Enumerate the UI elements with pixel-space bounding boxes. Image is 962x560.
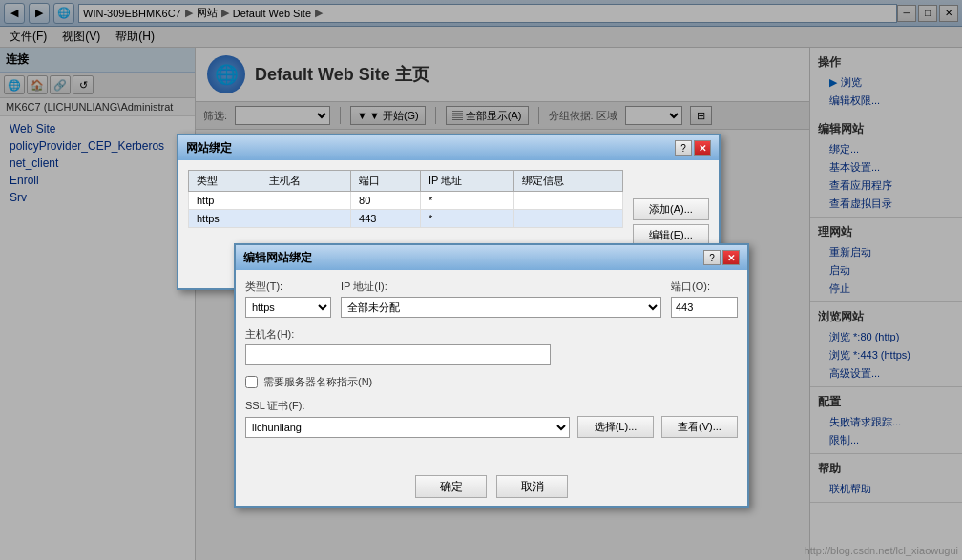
ip-select[interactable]: 全部未分配 [341, 297, 661, 318]
type-label: 类型(T): [245, 280, 331, 294]
binding-dialog-help-button[interactable]: ? [675, 140, 692, 156]
edit-binding-dialog-titlebar: 编辑网站绑定 ? ✕ [236, 245, 747, 270]
hostname-input[interactable] [245, 344, 551, 365]
ssl-select-button[interactable]: 选择(L)... [577, 416, 654, 438]
binding-row-https-ip: * [421, 210, 514, 228]
edit-binding-help-button[interactable]: ? [703, 250, 721, 265]
edit-binding-dialog: 编辑网站绑定 ? ✕ 类型(T): https IP 地址(I): 全部未分配 … [234, 243, 749, 508]
binding-dialog-controls: ? ✕ [675, 140, 711, 156]
binding-dialog-title: 网站绑定 [186, 140, 232, 156]
binding-row-http-port: 80 [351, 192, 421, 210]
cancel-button[interactable]: 取消 [496, 475, 568, 498]
type-select[interactable]: https [245, 297, 331, 318]
binding-row-http-type: http [189, 192, 261, 210]
port-label: 端口(O): [671, 280, 738, 294]
edit-binding-dialog-controls: ? ✕ [703, 250, 740, 265]
col-type: 类型 [189, 171, 261, 192]
ssl-cert-select[interactable]: lichunliang [245, 417, 570, 438]
binding-row-http[interactable]: http 80 * [189, 192, 623, 210]
binding-row-http-hostname [261, 192, 351, 210]
hostname-label: 主机名(H): [245, 327, 738, 342]
ssl-view-button[interactable]: 查看(V)... [661, 416, 738, 438]
binding-row-https-port: 443 [351, 210, 421, 228]
col-hostname: 主机名 [261, 171, 351, 192]
binding-row-https-hostname [261, 210, 351, 228]
binding-row-http-info [513, 192, 622, 210]
binding-row-https-type: https [189, 210, 261, 228]
form-group-type: 类型(T): https [245, 280, 331, 318]
binding-row-https[interactable]: https 443 * [189, 210, 623, 228]
ok-button[interactable]: 确定 [415, 475, 487, 498]
form-group-port: 端口(O): [671, 280, 738, 318]
binding-dialog-close-button[interactable]: ✕ [694, 140, 711, 156]
ssl-label: SSL 证书(F): [245, 399, 738, 413]
form-row-type-ip-port: 类型(T): https IP 地址(I): 全部未分配 端口(O): [245, 280, 738, 318]
sni-checkbox[interactable] [245, 376, 258, 388]
sni-label: 需要服务器名称指示(N) [263, 375, 372, 389]
edit-binding-dialog-title: 编辑网站绑定 [243, 250, 312, 266]
col-ip: IP 地址 [421, 171, 514, 192]
form-group-hostname: 主机名(H): [245, 327, 738, 365]
form-group-ssl: SSL 证书(F): lichunliang 选择(L)... 查看(V)... [245, 399, 738, 447]
binding-dialog-titlebar: 网站绑定 ? ✕ [178, 135, 719, 160]
edit-binding-close-button[interactable]: ✕ [722, 250, 740, 265]
add-binding-button[interactable]: 添加(A)... [633, 198, 709, 220]
binding-row-https-info [513, 210, 622, 228]
binding-row-http-ip: * [421, 192, 514, 210]
col-info: 绑定信息 [513, 171, 622, 192]
port-input[interactable] [671, 297, 738, 318]
edit-binding-dialog-footer: 确定 取消 [236, 467, 747, 506]
ssl-cert-row: lichunliang 选择(L)... 查看(V)... [245, 416, 738, 438]
form-group-ip: IP 地址(I): 全部未分配 [341, 280, 661, 318]
edit-binding-dialog-content: 类型(T): https IP 地址(I): 全部未分配 端口(O): 主机名(… [236, 270, 747, 467]
col-port: 端口 [351, 171, 421, 192]
binding-table: 类型 主机名 端口 IP 地址 绑定信息 http 80 * https [188, 170, 623, 228]
form-checkbox-row: 需要服务器名称指示(N) [245, 375, 738, 389]
ip-label: IP 地址(I): [341, 280, 661, 294]
